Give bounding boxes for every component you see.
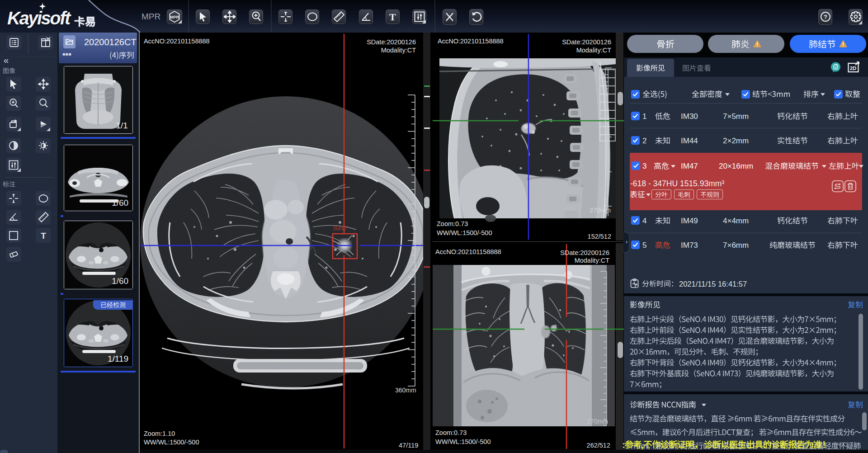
svg-text:MPR: MPR (170, 15, 179, 19)
svg-text:?: ? (824, 14, 827, 20)
svg-text:T: T (41, 231, 46, 241)
svg-text:2D: 2D (850, 66, 857, 71)
svg-text:IM47: IM47 (333, 225, 347, 232)
